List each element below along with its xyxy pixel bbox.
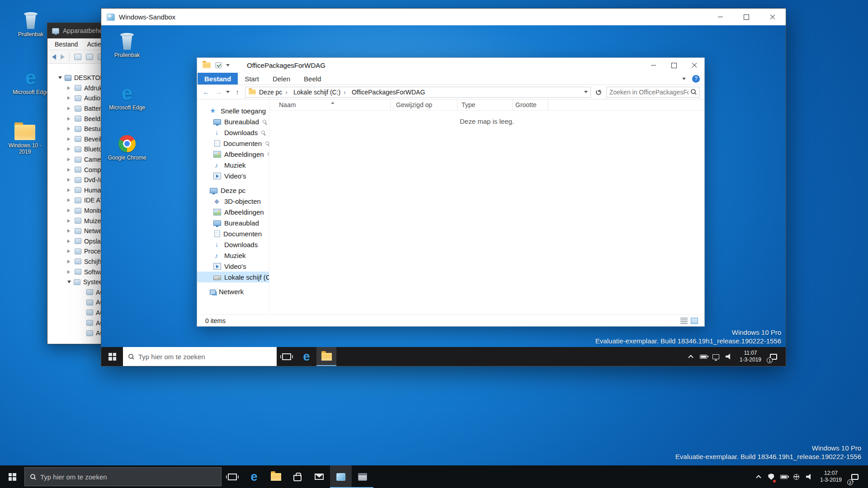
folder-icon[interactable] — [203, 62, 211, 68]
battery-tray-button[interactable] — [697, 347, 710, 366]
volume-tray-button[interactable] — [722, 347, 735, 366]
taskbar-search-input[interactable] — [40, 473, 216, 481]
volume-tray-button[interactable] — [803, 465, 816, 488]
chevron-right-icon[interactable] — [67, 260, 72, 263]
chevron-right-icon[interactable] — [67, 107, 72, 110]
back-button[interactable] — [202, 88, 211, 96]
chevron-right-icon[interactable] — [67, 147, 72, 151]
recent-locations-icon[interactable] — [226, 91, 230, 95]
chevron-right-icon[interactable] — [67, 188, 72, 192]
mail-taskbar-button[interactable] — [308, 465, 330, 488]
task-view-button[interactable] — [222, 465, 243, 488]
help-icon[interactable] — [86, 54, 93, 60]
menu-item-bestand[interactable]: Bestand — [50, 41, 82, 48]
up-button[interactable] — [233, 88, 242, 96]
nav-item-videos-pc[interactable]: Video's — [197, 261, 269, 272]
network-tray-button[interactable] — [710, 347, 722, 366]
desktop-icon-edge[interactable]: Microsoft Edge — [12, 69, 50, 95]
column-naam[interactable]: Naam — [269, 99, 391, 110]
nav-item-videos[interactable]: Video's — [197, 170, 269, 181]
close-button[interactable] — [684, 58, 704, 73]
address-dropdown-icon[interactable] — [584, 91, 588, 95]
sandbox-desktop-icon-recycle-bin[interactable]: Prullenbak — [109, 33, 145, 58]
show-hidden-icons-button[interactable] — [752, 465, 765, 488]
nav-item-3d-objecten[interactable]: 3D-objecten — [197, 196, 269, 206]
desktop-icon-recycle-bin[interactable]: Prullenbak — [12, 12, 50, 38]
chevron-right-icon[interactable] — [67, 127, 72, 131]
task-view-button[interactable] — [277, 347, 297, 366]
large-icons-view-icon[interactable] — [691, 318, 698, 324]
document-icon[interactable] — [74, 54, 81, 60]
chevron-right-icon[interactable] — [67, 249, 72, 253]
action-center-button[interactable]: 2 — [846, 465, 863, 488]
breadcrumb-item[interactable]: Deze pc — [259, 89, 291, 96]
chevron-right-icon[interactable] — [67, 86, 72, 90]
address-box[interactable]: Deze pc Lokale schijf (C:) OfficePackage… — [245, 87, 591, 98]
breadcrumb-item[interactable]: OfficePackagesForWDAG — [352, 89, 425, 96]
chevron-right-icon[interactable] — [67, 198, 72, 202]
action-center-button[interactable]: 1 — [766, 347, 781, 366]
chevron-right-icon[interactable] — [67, 137, 72, 141]
edge-taskbar-button[interactable] — [297, 347, 316, 366]
nav-item-lokale-schijf-c[interactable]: Lokale schijf (C:) — [197, 272, 269, 282]
minimize-button[interactable] — [643, 58, 664, 73]
forward-button[interactable] — [214, 88, 223, 96]
chevron-right-icon[interactable] — [67, 209, 72, 212]
explorer-search-input[interactable] — [609, 89, 689, 96]
column-grootte[interactable]: Grootte — [513, 99, 548, 110]
sandbox-titlebar[interactable]: Windows-Sandbox — [101, 9, 786, 25]
edge-taskbar-button[interactable] — [243, 465, 265, 488]
tab-start[interactable]: Start — [238, 73, 266, 84]
sandbox-taskbar-button[interactable] — [330, 465, 352, 488]
breadcrumb-item[interactable]: Lokale schijf (C:) — [293, 89, 349, 96]
battery-tray-button[interactable] — [778, 465, 790, 488]
close-button[interactable] — [760, 9, 786, 25]
nav-netwerk[interactable]: Netwerk — [197, 286, 269, 297]
minimize-button[interactable] — [707, 9, 733, 25]
nav-item-documenten[interactable]: Documenten — [197, 138, 269, 149]
nav-item-afbeeldingen[interactable]: Afbeeldingen — [197, 149, 269, 160]
chevron-right-icon[interactable] — [67, 229, 72, 233]
sandbox-desktop-icon-edge[interactable]: Microsoft Edge — [109, 84, 145, 111]
nav-item-afbeeldingen-pc[interactable]: Afbeeldingen — [197, 206, 269, 217]
nav-item-documenten-pc[interactable]: Documenten — [197, 228, 269, 239]
explorer-titlebar[interactable]: OfficePackagesForWDAG — [197, 58, 704, 73]
chevron-right-icon[interactable] — [67, 219, 72, 223]
chevron-down-icon[interactable] — [226, 64, 230, 68]
chevron-right-icon[interactable] — [67, 117, 72, 121]
nav-item-downloads-pc[interactable]: Downloads — [197, 239, 269, 250]
nav-quick-access[interactable]: Snelle toegang — [197, 105, 269, 116]
nav-item-bureaublad[interactable]: Bureaublad — [197, 116, 269, 127]
chevron-right-icon[interactable] — [67, 270, 72, 274]
desktop-icon-windows10-folder[interactable]: Windows 10 -2019 — [6, 122, 44, 155]
start-button[interactable] — [101, 347, 123, 366]
nav-item-downloads[interactable]: Downloads — [197, 127, 269, 138]
start-button[interactable] — [0, 465, 24, 488]
forward-icon[interactable] — [61, 54, 65, 60]
nav-deze-pc[interactable]: Deze pc — [197, 185, 269, 196]
column-gewijzigd-op[interactable]: Gewijzigd op — [391, 99, 458, 110]
network-tray-button[interactable] — [790, 465, 803, 488]
taskbar-clock[interactable]: 12:07 1-3-2019 — [816, 470, 846, 483]
store-taskbar-button[interactable] — [287, 465, 308, 488]
nav-item-muziek[interactable]: Muziek — [197, 160, 269, 170]
explorer-taskbar-button[interactable] — [265, 465, 287, 488]
chevron-right-icon[interactable] — [67, 239, 72, 243]
chevron-right-icon[interactable] — [67, 158, 72, 161]
taskbar-search-box[interactable] — [123, 347, 277, 366]
chevron-right-icon[interactable] — [67, 178, 72, 182]
chevron-down-icon[interactable] — [58, 76, 62, 81]
chevron-down-icon[interactable] — [67, 281, 71, 285]
maximize-button[interactable] — [733, 9, 760, 25]
show-hidden-icons-button[interactable] — [684, 347, 697, 366]
mmc-taskbar-button[interactable] — [352, 465, 373, 488]
chevron-right-icon[interactable] — [67, 168, 72, 172]
column-type[interactable]: Type — [458, 99, 513, 110]
tab-bestand[interactable]: Bestand — [198, 73, 238, 84]
refresh-icon[interactable] — [596, 89, 601, 95]
tab-beeld[interactable]: Beeld — [297, 73, 328, 84]
tab-delen[interactable]: Delen — [266, 73, 297, 84]
sandbox-desktop-icon-chrome[interactable]: Google Chrome — [109, 135, 145, 161]
properties-icon[interactable] — [215, 62, 222, 68]
taskbar-search-box[interactable] — [24, 467, 222, 486]
